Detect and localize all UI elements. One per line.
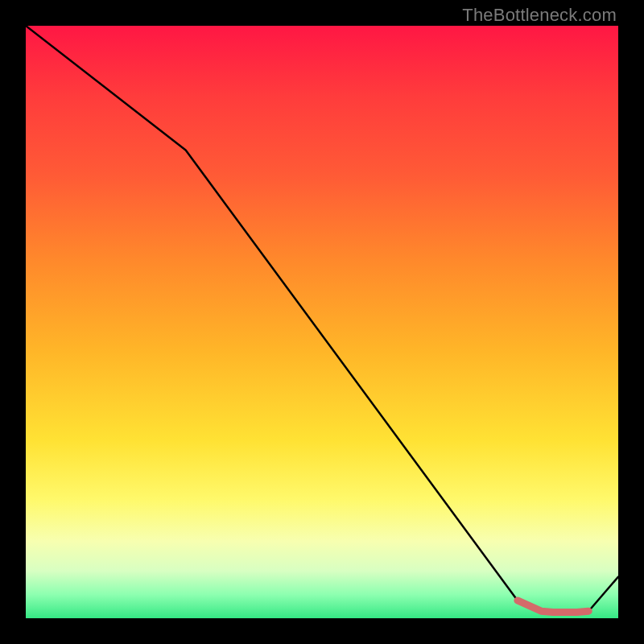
chart-frame: TheBottleneck.com — [0, 0, 644, 644]
data-line — [26, 26, 618, 613]
attribution-text: TheBottleneck.com — [462, 5, 617, 26]
chart-overlay — [26, 26, 618, 618]
plot-area — [26, 26, 618, 618]
highlight-plateau — [518, 601, 588, 613]
